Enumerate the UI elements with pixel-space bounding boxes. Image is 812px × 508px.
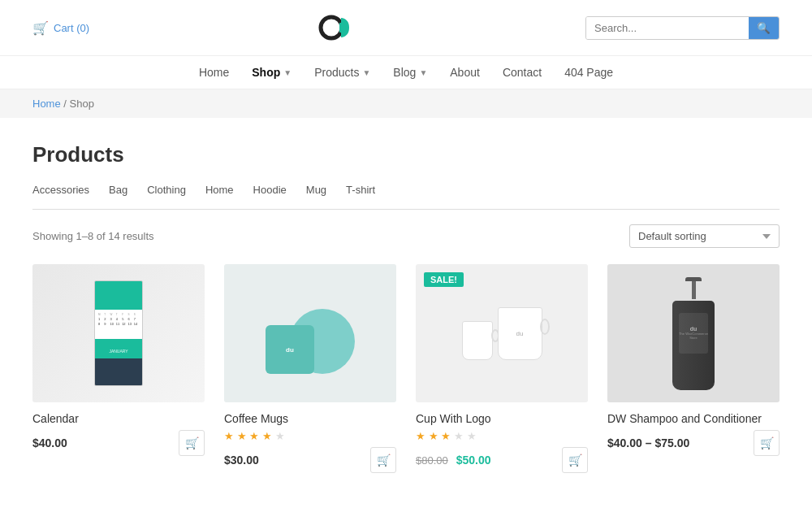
cat-accessories[interactable]: Accessories bbox=[32, 184, 89, 196]
cart-add-icon: 🛒 bbox=[568, 454, 582, 467]
add-to-cart-button-cup[interactable]: 🛒 bbox=[562, 447, 588, 473]
cal-cell: T bbox=[116, 313, 121, 316]
cups-visual: du bbox=[462, 307, 542, 360]
product-name-cup: Cup With Logo bbox=[416, 412, 588, 425]
cal-cell: 11 bbox=[116, 322, 121, 326]
nav-label: About bbox=[450, 66, 480, 79]
search-input[interactable] bbox=[586, 17, 749, 39]
bottle-brand: du bbox=[690, 326, 698, 332]
chevron-down-icon: ▼ bbox=[419, 68, 427, 77]
logo[interactable] bbox=[318, 11, 357, 44]
cart-icon: 🛒 bbox=[32, 20, 49, 36]
logo-svg bbox=[318, 11, 357, 44]
product-name-shampoo: DW Shampoo and Conditioner bbox=[607, 412, 780, 425]
add-to-cart-button-mugs[interactable]: 🛒 bbox=[370, 447, 396, 473]
cart-add-icon: 🛒 bbox=[760, 436, 774, 449]
top-bar: 🛒 Cart (0) 🔍 bbox=[0, 0, 812, 56]
cal-cell: S bbox=[134, 313, 139, 316]
cat-hoodie[interactable]: Hoodie bbox=[253, 184, 287, 196]
cat-tshirt[interactable]: T-shirt bbox=[346, 184, 375, 196]
add-to-cart-button-shampoo[interactable]: 🛒 bbox=[754, 430, 780, 456]
nav-item-404[interactable]: 404 Page bbox=[564, 66, 613, 79]
nav-item-home[interactable]: Home bbox=[199, 66, 229, 79]
product-rating-mugs: ★ ★ ★ ★ ★ bbox=[224, 430, 396, 442]
product-card-mugs: du Coffee Mugs ★ ★ ★ ★ ★ $30.00 🛒 bbox=[224, 264, 396, 473]
cal-cell: 12 bbox=[122, 322, 127, 326]
nav-label: Products bbox=[314, 66, 359, 79]
nav-label: Home bbox=[199, 66, 229, 79]
product-image-calendar[interactable]: M T W T F S S 1 2 3 4 5 6 bbox=[32, 264, 205, 402]
pump-top bbox=[685, 277, 702, 299]
product-rating-cup: ★ ★ ★ ★ ★ bbox=[416, 430, 588, 442]
mug-square: du bbox=[266, 325, 314, 374]
cat-clothing[interactable]: Clothing bbox=[147, 184, 186, 196]
bottle-body: du The WooCommerce Store bbox=[672, 301, 715, 390]
star-3: ★ bbox=[249, 430, 259, 442]
cal-cell: 2 bbox=[104, 317, 109, 321]
nav-label: Contact bbox=[503, 66, 542, 79]
product-sale-price-cup: $50.00 bbox=[456, 454, 491, 467]
cat-home[interactable]: Home bbox=[205, 184, 234, 196]
search-button[interactable]: 🔍 bbox=[749, 17, 779, 39]
star-2: ★ bbox=[429, 430, 438, 442]
price-row-calendar: $40.00 🛒 bbox=[32, 430, 205, 456]
breadcrumb-home[interactable]: Home bbox=[32, 98, 61, 110]
cal-cell: 10 bbox=[110, 322, 115, 326]
calendar-month: JANUARY bbox=[95, 339, 142, 358]
cup-price-container: $80.00 $50.00 bbox=[416, 454, 490, 467]
cart-area[interactable]: 🛒 Cart (0) bbox=[32, 20, 89, 36]
cal-cell: 4 bbox=[116, 317, 121, 321]
mugs-visual: du bbox=[266, 293, 355, 374]
nav-item-products[interactable]: Products ▼ bbox=[314, 66, 370, 79]
search-area[interactable]: 🔍 bbox=[585, 16, 780, 40]
cart-label: Cart (0) bbox=[54, 22, 89, 34]
add-to-cart-button-calendar[interactable]: 🛒 bbox=[179, 430, 205, 456]
product-name-calendar: Calendar bbox=[32, 412, 205, 425]
category-filters: Accessories Bag Clothing Home Hoodie Mug… bbox=[32, 184, 780, 196]
sale-badge: SALE! bbox=[424, 272, 464, 287]
star-1: ★ bbox=[416, 430, 425, 442]
star-4: ★ bbox=[262, 430, 272, 442]
cup-large: du bbox=[498, 307, 542, 360]
product-image-cup[interactable]: SALE! du bbox=[416, 264, 588, 402]
cat-mug[interactable]: Mug bbox=[306, 184, 326, 196]
bottle-text: The WooCommerce Store bbox=[679, 332, 708, 340]
product-price-shampoo: $40.00 – $75.00 bbox=[607, 436, 689, 449]
cal-cell: W bbox=[110, 313, 115, 316]
product-name-mugs: Coffee Mugs bbox=[224, 412, 396, 425]
breadcrumb-current: Shop bbox=[70, 98, 94, 110]
cal-cell: 6 bbox=[127, 317, 132, 321]
nav-item-blog[interactable]: Blog ▼ bbox=[393, 66, 427, 79]
calendar-visual: M T W T F S S 1 2 3 4 5 6 bbox=[94, 280, 143, 386]
svg-point-0 bbox=[321, 17, 342, 38]
nav-item-about[interactable]: About bbox=[450, 66, 480, 79]
nav-label: 404 Page bbox=[564, 66, 613, 79]
nav-item-shop[interactable]: Shop ▼ bbox=[252, 66, 292, 79]
cal-cell: S bbox=[127, 313, 132, 316]
filter-divider bbox=[32, 209, 780, 210]
cat-bag[interactable]: Bag bbox=[109, 184, 127, 196]
star-4: ★ bbox=[454, 430, 464, 442]
cal-cell: 8 bbox=[98, 322, 103, 326]
calendar-body: M T W T F S S 1 2 3 4 5 6 bbox=[95, 310, 142, 339]
nav-label: Blog bbox=[393, 66, 416, 79]
product-price-mugs: $30.00 bbox=[224, 454, 259, 467]
nav-item-contact[interactable]: Contact bbox=[503, 66, 542, 79]
star-2: ★ bbox=[237, 430, 247, 442]
cal-cell: 14 bbox=[134, 322, 139, 326]
cart-add-icon: 🛒 bbox=[185, 436, 199, 449]
star-1: ★ bbox=[224, 430, 234, 442]
nav-label: Shop bbox=[252, 66, 280, 79]
product-image-shampoo[interactable]: du The WooCommerce Store bbox=[607, 264, 780, 402]
product-card-calendar: M T W T F S S 1 2 3 4 5 6 bbox=[32, 264, 205, 473]
calendar-bottom bbox=[95, 358, 142, 386]
price-row-mugs: $30.00 🛒 bbox=[224, 447, 396, 473]
results-count: Showing 1–8 of 14 results bbox=[32, 230, 154, 242]
cup-brand: du bbox=[516, 330, 524, 337]
sort-select[interactable]: Default sorting Sort by popularity Sort … bbox=[629, 224, 780, 248]
month-label: JANUARY bbox=[109, 349, 127, 354]
product-old-price-cup: $80.00 bbox=[416, 454, 448, 467]
main-content: Products Accessories Bag Clothing Home H… bbox=[0, 118, 812, 506]
cal-cell: 5 bbox=[122, 317, 127, 321]
product-image-mugs[interactable]: du bbox=[224, 264, 396, 402]
